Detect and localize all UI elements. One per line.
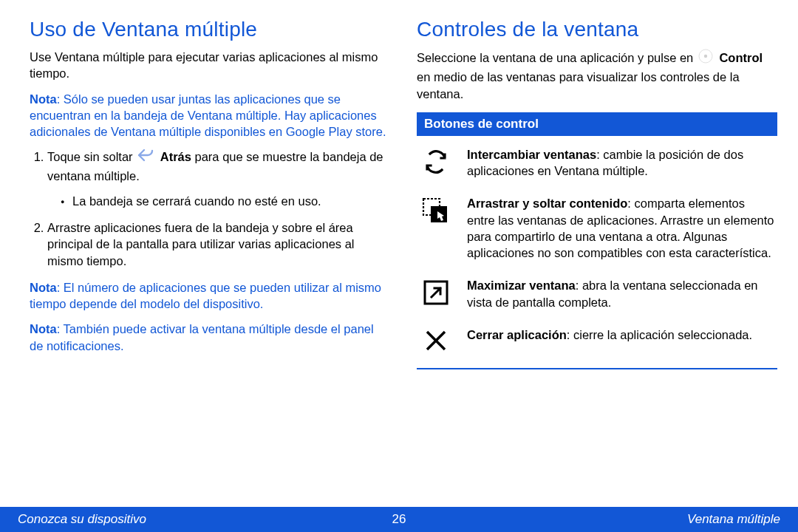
heading-uso: Uso de Ventana múltiple: [30, 18, 390, 41]
note-2: Nota: El número de aplicaciones que se p…: [30, 279, 390, 313]
intro-right: Seleccione la ventana de una aplicación …: [417, 49, 777, 102]
note-1: Nota: Sólo se pueden usar juntas las apl…: [30, 91, 390, 140]
left-column: Uso de Ventana múltiple Use Ventana múlt…: [30, 18, 390, 499]
row-maximize: Maximizar ventana: abra la ventana selec…: [420, 277, 774, 310]
right-column: Controles de la ventana Seleccione la ve…: [417, 18, 777, 499]
section-botones: Botones de control: [417, 112, 777, 136]
heading-controles: Controles de la ventana: [417, 18, 777, 41]
row-dragdrop: Arrastrar y soltar contenido: comparta e…: [420, 195, 774, 261]
back-arrow-icon: [137, 149, 154, 166]
maximize-icon: [420, 277, 452, 310]
intro-text: Use Ventana múltiple para ejecutar varia…: [30, 49, 390, 82]
swap-windows-icon: [420, 146, 452, 180]
control-dot-icon: [698, 49, 713, 67]
control-buttons-list: Intercambiar ventanas: cambie la posició…: [417, 136, 777, 369]
row-close: Cerrar aplicación: cierre la aplicación …: [420, 327, 774, 353]
steps-list: Toque sin soltar Atrás para que se muest…: [30, 149, 390, 269]
drag-drop-icon: [420, 195, 452, 261]
note-3: Nota: También puede activar la ventana m…: [30, 321, 390, 354]
svg-point-1: [704, 55, 707, 58]
row-swap: Intercambiar ventanas: cambie la posició…: [420, 146, 774, 180]
footer-bar: Conozca su dispositivo 26 Ventana múltip…: [0, 507, 798, 532]
page-number: 26: [392, 512, 406, 527]
step-1: Toque sin soltar Atrás para que se muest…: [47, 149, 390, 209]
step-2: Arrastre aplicaciones fuera de la bandej…: [47, 219, 390, 269]
step-1-sub: La bandeja se cerrará cuando no esté en …: [61, 193, 390, 209]
footer-right: Ventana múltiple: [687, 512, 780, 527]
footer-left: Conozca su dispositivo: [18, 512, 146, 527]
close-icon: [420, 327, 452, 353]
